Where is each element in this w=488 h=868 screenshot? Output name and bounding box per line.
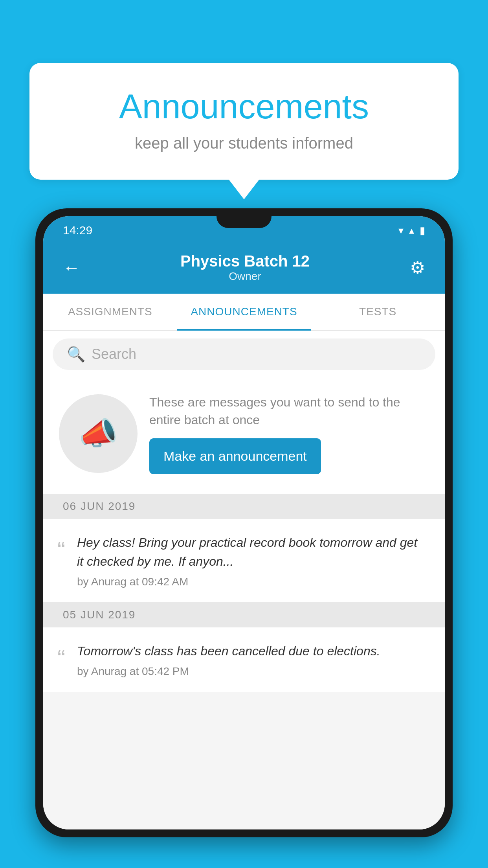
- header-center: Physics Batch 12 Owner: [180, 252, 310, 283]
- speech-bubble: Announcements keep all your students inf…: [29, 63, 459, 180]
- tabs-bar: ASSIGNMENTS ANNOUNCEMENTS TESTS: [43, 294, 445, 331]
- announcement-content-1: Hey class! Bring your practical record b…: [77, 533, 425, 588]
- search-placeholder: Search: [92, 346, 136, 362]
- phone-wrapper: 14:29 ▾ ▴ ▮ ← Physics Batch 12 Owner ⚙: [35, 208, 453, 868]
- back-icon[interactable]: ←: [63, 258, 80, 278]
- status-icons: ▾ ▴ ▮: [398, 224, 425, 237]
- header-subtitle: Owner: [180, 270, 310, 283]
- announcement-text-1: Hey class! Bring your practical record b…: [77, 533, 425, 571]
- quote-icon-2: “: [57, 645, 65, 672]
- announcement-meta-2: by Anurag at 05:42 PM: [77, 665, 380, 678]
- speech-bubble-section: Announcements keep all your students inf…: [29, 63, 459, 180]
- gear-icon[interactable]: ⚙: [410, 257, 425, 278]
- announcement-text-2: Tomorrow's class has been cancelled due …: [77, 642, 380, 660]
- signal-icon: ▴: [409, 224, 414, 237]
- megaphone-icon: 📣: [79, 415, 118, 452]
- date-divider-1: 06 JUN 2019: [43, 494, 445, 519]
- search-icon: 🔍: [67, 346, 85, 363]
- phone-outer: 14:29 ▾ ▴ ▮ ← Physics Batch 12 Owner ⚙: [35, 208, 453, 837]
- header-title: Physics Batch 12: [180, 252, 310, 270]
- tab-tests[interactable]: TESTS: [311, 294, 445, 330]
- date-text-1: 06 JUN 2019: [63, 500, 136, 512]
- announcement-content-2: Tomorrow's class has been cancelled due …: [77, 642, 380, 678]
- app-header: ← Physics Batch 12 Owner ⚙: [43, 245, 445, 294]
- quote-icon-1: “: [57, 536, 65, 563]
- content-area: 🔍 Search 📣 These are messages you want t…: [43, 331, 445, 829]
- tab-announcements[interactable]: ANNOUNCEMENTS: [177, 294, 311, 330]
- tab-assignments[interactable]: ASSIGNMENTS: [43, 294, 177, 330]
- promo-right: These are messages you want to send to t…: [149, 394, 429, 474]
- date-text-2: 05 JUN 2019: [63, 609, 136, 621]
- phone-screen: 14:29 ▾ ▴ ▮ ← Physics Batch 12 Owner ⚙: [43, 216, 445, 829]
- promo-description: These are messages you want to send to t…: [149, 394, 429, 429]
- announcement-meta-1: by Anurag at 09:42 AM: [77, 576, 425, 588]
- announcement-item-1[interactable]: “ Hey class! Bring your practical record…: [43, 519, 445, 602]
- search-bar[interactable]: 🔍 Search: [53, 338, 435, 370]
- announcement-item-2[interactable]: “ Tomorrow's class has been cancelled du…: [43, 627, 445, 692]
- phone-notch: [216, 208, 272, 228]
- promo-card: 📣 These are messages you want to send to…: [43, 378, 445, 494]
- date-divider-2: 05 JUN 2019: [43, 602, 445, 627]
- promo-icon-circle: 📣: [59, 394, 138, 473]
- make-announcement-button[interactable]: Make an announcement: [149, 438, 321, 474]
- wifi-icon: ▾: [398, 224, 404, 237]
- bubble-title: Announcements: [61, 86, 427, 127]
- search-section: 🔍 Search: [43, 331, 445, 378]
- battery-icon: ▮: [420, 224, 425, 237]
- status-time: 14:29: [63, 224, 92, 237]
- bubble-subtitle: keep all your students informed: [61, 134, 427, 152]
